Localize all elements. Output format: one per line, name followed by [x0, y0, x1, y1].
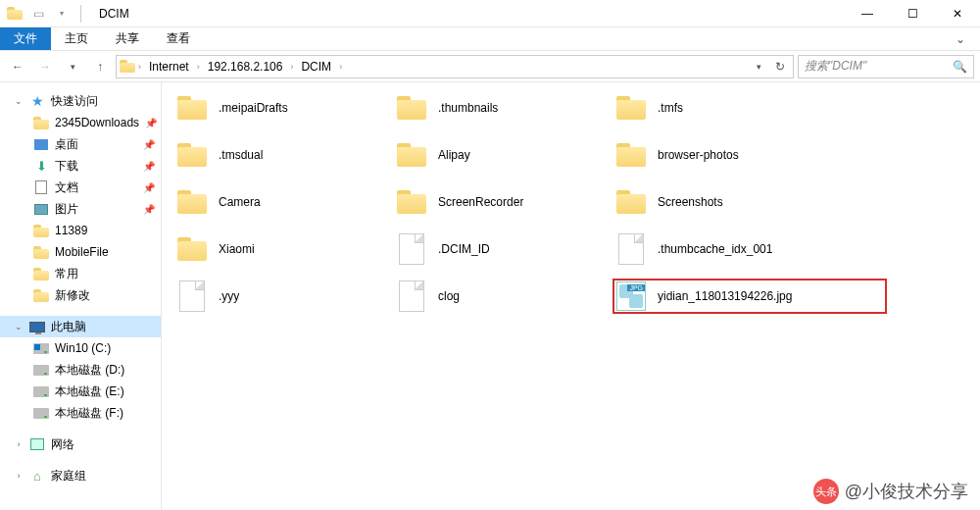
windisk-icon	[33, 340, 49, 356]
file-name: clog	[438, 289, 460, 303]
file-name: Alipay	[438, 148, 470, 162]
file-item[interactable]: Screenshots	[612, 184, 818, 220]
search-icon[interactable]: 🔍	[953, 60, 967, 74]
sidebar-drive[interactable]: 本地磁盘 (F:)	[0, 402, 161, 424]
folder-icon	[397, 143, 426, 167]
file-name: Camera	[219, 195, 261, 209]
chevron-icon[interactable]: ›	[195, 62, 202, 72]
back-button[interactable]: ←	[6, 55, 29, 78]
sidebar-item-label: 2345Downloads	[55, 116, 139, 129]
qat-dropdown-icon[interactable]: ▾	[51, 3, 73, 25]
file-item[interactable]: browser-photos	[612, 137, 818, 173]
file-item[interactable]: .thumbcache_idx_001	[612, 231, 818, 267]
location-icon	[119, 60, 136, 73]
pin-icon: 📌	[143, 161, 155, 172]
sidebar-drive[interactable]: 本地磁盘 (D:)	[0, 359, 161, 381]
crumb-dcim[interactable]: DCIM	[295, 56, 337, 77]
breadcrumb[interactable]: › Internet › 192.168.2.106 › DCIM › ▾ ↻	[116, 55, 794, 78]
sidebar-item[interactable]: 常用	[0, 263, 161, 284]
up-button[interactable]: ↑	[88, 55, 112, 78]
expand-icon[interactable]: ›	[14, 439, 24, 449]
folder-icon	[33, 223, 49, 238]
pin-icon: 📌	[143, 139, 155, 150]
expand-icon[interactable]: ⌄	[14, 322, 24, 332]
search-input[interactable]: 搜索"DCIM" 🔍	[798, 55, 974, 78]
tab-share[interactable]: 共享	[102, 27, 153, 50]
tab-view[interactable]: 查看	[153, 27, 204, 50]
sidebar-label: 快速访问	[51, 93, 98, 110]
sidebar-item-label: 图片	[55, 201, 78, 218]
file-name: .tmfs	[658, 101, 683, 115]
close-button[interactable]: ✕	[935, 0, 980, 27]
forward-button[interactable]: →	[33, 55, 57, 78]
crumb-internet[interactable]: Internet	[143, 56, 195, 77]
recent-dropdown-icon[interactable]: ▾	[61, 55, 84, 78]
disk-icon	[33, 405, 49, 421]
sidebar-item[interactable]: 新修改	[0, 284, 161, 306]
file-item[interactable]: clog	[393, 279, 599, 314]
sidebar-network[interactable]: › 网络	[0, 434, 161, 455]
file-name: .tmsdual	[219, 148, 263, 162]
file-item[interactable]: .thumbnails	[393, 90, 599, 126]
tab-home[interactable]: 主页	[51, 27, 102, 50]
sidebar-item[interactable]: 11389	[0, 220, 161, 241]
disk-icon	[33, 383, 49, 399]
sidebar-drive[interactable]: 本地磁盘 (E:)	[0, 381, 161, 402]
file-item[interactable]: Alipay	[393, 137, 599, 173]
file-item[interactable]: .DCIM_ID	[393, 231, 599, 267]
file-item[interactable]: Camera	[173, 184, 379, 220]
refresh-button[interactable]: ↻	[769, 60, 791, 74]
folder-icon	[33, 115, 49, 130]
desktop-icon	[33, 136, 49, 152]
sidebar-drive[interactable]: Win10 (C:)	[0, 337, 161, 359]
sidebar-item[interactable]: 文档📌	[0, 177, 161, 198]
file-item[interactable]: JPGyidian_118013194226.jpg	[612, 279, 887, 314]
file-name: .yyy	[219, 289, 239, 303]
file-item[interactable]: .tmsdual	[173, 137, 379, 173]
file-name: ScreenRecorder	[438, 195, 523, 209]
address-bar: ← → ▾ ↑ › Internet › 192.168.2.106 › DCI…	[0, 51, 980, 82]
history-dropdown-icon[interactable]: ▾	[748, 62, 769, 72]
file-item[interactable]: ScreenRecorder	[393, 184, 599, 220]
crumb-host[interactable]: 192.168.2.106	[202, 56, 289, 77]
sidebar-homegroup[interactable]: › ⌂ 家庭组	[0, 465, 161, 486]
maximize-button[interactable]: ☐	[890, 0, 935, 27]
sidebar-this-pc[interactable]: ⌄ 此电脑	[0, 316, 161, 337]
file-item[interactable]: .meipaiDrafts	[173, 90, 379, 126]
file-list[interactable]: .meipaiDrafts.thumbnails.tmfs.tmsdualAli…	[162, 82, 980, 510]
sidebar-quick-access[interactable]: ⌄ ★ 快速访问	[0, 90, 161, 112]
file-icon	[399, 233, 424, 265]
file-item[interactable]: Xiaomi	[173, 231, 379, 267]
chevron-icon[interactable]: ›	[337, 62, 344, 72]
chevron-icon[interactable]: ›	[288, 62, 295, 72]
file-item[interactable]: .tmfs	[612, 90, 818, 126]
chevron-icon[interactable]: ›	[136, 62, 143, 72]
sidebar-item[interactable]: MobileFile	[0, 241, 161, 263]
sidebar-item-label: 本地磁盘 (F:)	[55, 405, 123, 422]
sidebar-item[interactable]: ⬇下载📌	[0, 155, 161, 177]
file-icon	[179, 280, 205, 312]
sidebar-item-label: Win10 (C:)	[55, 341, 111, 355]
navigation-pane: ⌄ ★ 快速访问 2345Downloads📌桌面📌⬇下载📌文档📌图片📌1138…	[0, 82, 162, 510]
expand-icon[interactable]: ⌄	[14, 96, 24, 106]
star-icon: ★	[29, 93, 45, 109]
pin-icon: 📌	[143, 204, 155, 215]
tab-file[interactable]: 文件	[0, 27, 51, 50]
file-icon	[618, 233, 644, 265]
sidebar-label: 此电脑	[51, 319, 86, 335]
sidebar-item-label: MobileFile	[55, 245, 109, 259]
expand-icon[interactable]: ›	[14, 471, 24, 481]
sidebar-item[interactable]: 图片📌	[0, 198, 161, 220]
minimize-button[interactable]: —	[845, 0, 890, 27]
watermark-logo: 头条	[813, 479, 839, 504]
sidebar-item[interactable]: 2345Downloads📌	[0, 112, 161, 133]
sidebar-item[interactable]: 桌面📌	[0, 133, 161, 155]
file-item[interactable]: .yyy	[173, 279, 379, 314]
search-placeholder: 搜索"DCIM"	[805, 58, 953, 75]
watermark: 头条 @小俊技术分享	[813, 479, 968, 504]
qat-properties-icon[interactable]: ▭	[27, 3, 49, 25]
sidebar-item-label: 常用	[55, 266, 78, 282]
folder-icon	[33, 266, 49, 281]
ribbon-toggle-icon[interactable]: ⌄	[941, 27, 980, 50]
file-name: Screenshots	[658, 195, 723, 209]
